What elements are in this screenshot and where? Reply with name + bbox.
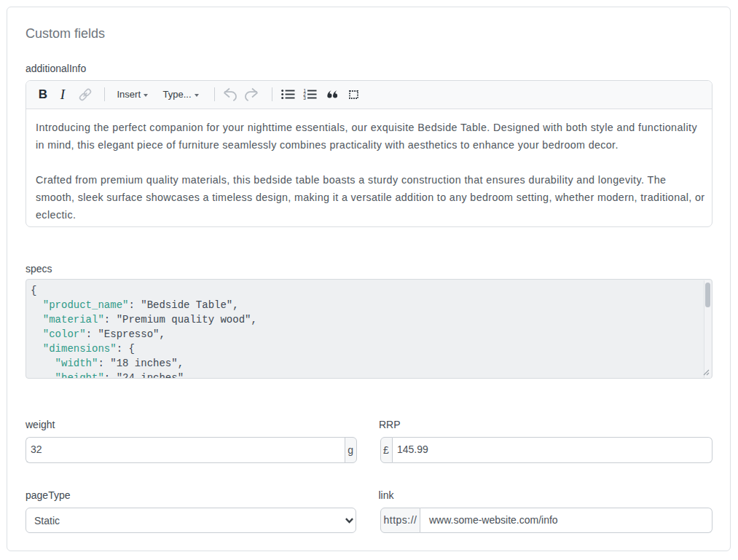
svg-text:3: 3 [303,95,306,100]
